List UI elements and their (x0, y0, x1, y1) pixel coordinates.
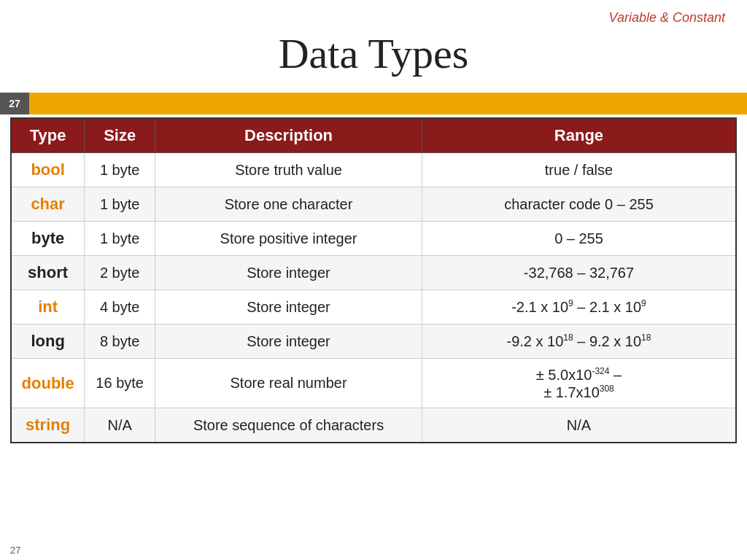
table-row: long8 byteStore integer-9.2 x 1018 – 9.2… (11, 324, 736, 359)
cell-description: Store positive integer (155, 222, 422, 256)
table-row: char1 byteStore one charactercharacter c… (11, 187, 736, 222)
table-row: short2 byteStore integer-32,768 – 32,767 (11, 256, 736, 290)
cell-size: 1 byte (85, 153, 155, 187)
cell-description: Store one character (155, 187, 422, 222)
cell-size: 4 byte (85, 290, 155, 324)
cell-range: -32,768 – 32,767 (422, 256, 736, 290)
cell-type: char (11, 187, 85, 222)
cell-type: long (11, 324, 85, 359)
cell-type: byte (11, 222, 85, 256)
cell-description: Store integer (155, 290, 422, 324)
slide: Variable & Constant Data Types 27 Type S… (0, 0, 747, 560)
cell-type: bool (11, 153, 85, 187)
cell-range: true / false (422, 153, 736, 187)
top-label: Variable & Constant (609, 10, 725, 26)
table-row: byte1 byteStore positive integer0 – 255 (11, 222, 736, 256)
slide-number-bar: 27 (0, 93, 747, 114)
cell-description: Store integer (155, 256, 422, 290)
col-header-range: Range (422, 118, 736, 153)
cell-range: N/A (422, 408, 736, 443)
table-row: stringN/AStore sequence of charactersN/A (11, 408, 736, 443)
table-row: int4 byteStore integer-2.1 x 109 – 2.1 x… (11, 290, 736, 324)
col-header-type: Type (11, 118, 85, 153)
cell-type: string (11, 408, 85, 443)
table-header-row: Type Size Description Range (11, 118, 736, 153)
table-row: double16 byteStore real number± 5.0x10-3… (11, 359, 736, 408)
cell-size: N/A (85, 408, 155, 443)
cell-range: 0 – 255 (422, 222, 736, 256)
cell-size: 1 byte (85, 187, 155, 222)
cell-description: Store sequence of characters (155, 408, 422, 443)
cell-type: short (11, 256, 85, 290)
cell-size: 1 byte (85, 222, 155, 256)
cell-range: -9.2 x 1018 – 9.2 x 1018 (422, 324, 736, 359)
col-header-description: Description (155, 118, 422, 153)
cell-type: double (11, 359, 85, 408)
cell-description: Store integer (155, 324, 422, 359)
cell-description: Store truth value (155, 153, 422, 187)
slide-number: 27 (0, 93, 29, 114)
table-container: Type Size Description Range bool1 byteSt… (0, 117, 747, 443)
cell-description: Store real number (155, 359, 422, 408)
cell-size: 8 byte (85, 324, 155, 359)
cell-range: ± 5.0x10-324 –± 1.7x10308 (422, 359, 736, 408)
table-row: bool1 byteStore truth valuetrue / false (11, 153, 736, 187)
cell-range: -2.1 x 109 – 2.1 x 109 (422, 290, 736, 324)
cell-size: 16 byte (85, 359, 155, 408)
bottom-slide-number: 27 (10, 545, 20, 556)
cell-type: int (11, 290, 85, 324)
cell-size: 2 byte (85, 256, 155, 290)
data-types-table: Type Size Description Range bool1 byteSt… (10, 117, 737, 443)
cell-range: character code 0 – 255 (422, 187, 736, 222)
col-header-size: Size (85, 118, 155, 153)
orange-bar (29, 93, 747, 114)
